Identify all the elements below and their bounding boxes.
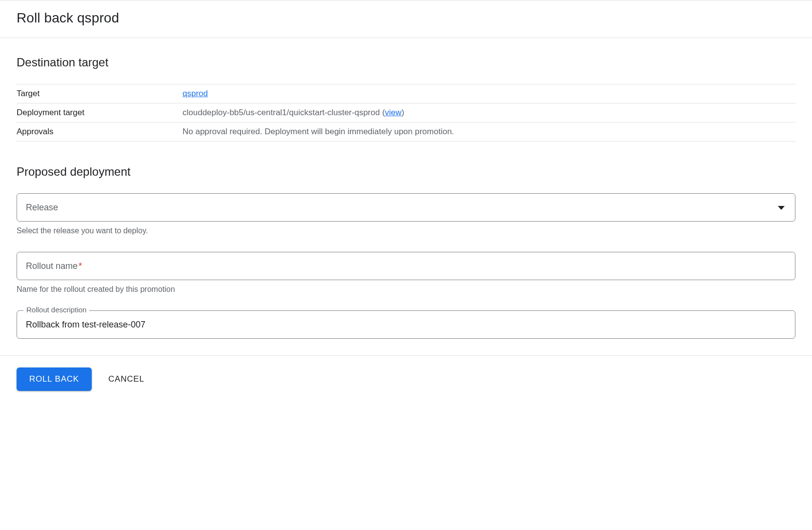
rollout-description-value: Rollback from test-release-007 — [26, 320, 145, 330]
target-label: Target — [17, 84, 183, 103]
release-form-group: Release Select the release you want to d… — [17, 193, 795, 235]
destination-target-heading: Destination target — [17, 56, 795, 69]
target-link[interactable]: qsprod — [183, 89, 208, 98]
rollout-name-form-group: Rollout name* Name for the rollout creat… — [17, 252, 795, 294]
rollout-description-form-group: Rollout description Rollback from test-r… — [17, 310, 795, 339]
deployment-target-value-cell: clouddeploy-bb5/us-central1/quickstart-c… — [183, 103, 795, 122]
deployment-target-row: Deployment target clouddeploy-bb5/us-cen… — [17, 103, 795, 122]
release-helper: Select the release you want to deploy. — [17, 226, 795, 235]
cancel-button[interactable]: CANCEL — [108, 367, 144, 391]
approvals-label: Approvals — [17, 122, 183, 142]
release-select[interactable]: Release — [17, 193, 795, 222]
dialog-title: Roll back qsprod — [17, 10, 795, 26]
roll-back-button[interactable]: ROLL BACK — [17, 367, 92, 391]
release-placeholder: Release — [26, 203, 58, 213]
approvals-row: Approvals No approval required. Deployme… — [17, 122, 795, 142]
dialog-header: Roll back qsprod — [0, 0, 812, 38]
rollout-name-input[interactable]: Rollout name* — [17, 252, 795, 280]
rollout-name-placeholder: Rollout name — [26, 261, 78, 271]
deployment-target-view-link[interactable]: view — [385, 108, 402, 117]
rollout-description-field: Rollout description Rollback from test-r… — [17, 310, 795, 339]
approvals-value: No approval required. Deployment will be… — [183, 122, 795, 142]
rollout-name-helper: Name for the rollout created by this pro… — [17, 285, 795, 294]
release-select-wrap: Release — [17, 193, 795, 222]
destination-target-table: Target qsprod Deployment target clouddep… — [17, 84, 795, 142]
dialog-content: Destination target Target qsprod Deploym… — [0, 38, 812, 339]
dialog-footer: ROLL BACK CANCEL — [0, 355, 812, 410]
deployment-target-text: clouddeploy-bb5/us-central1/quickstart-c… — [183, 108, 385, 117]
deployment-target-suffix: ) — [402, 108, 405, 117]
target-row: Target qsprod — [17, 84, 795, 103]
rollout-name-field: Rollout name* — [17, 252, 795, 280]
deployment-target-label: Deployment target — [17, 103, 183, 122]
rollout-description-label: Rollout description — [23, 306, 89, 314]
proposed-deployment-heading: Proposed deployment — [17, 165, 795, 179]
required-asterisk: * — [79, 261, 82, 271]
rollout-description-input[interactable]: Rollback from test-release-007 — [17, 310, 795, 339]
target-value-cell: qsprod — [183, 84, 795, 103]
